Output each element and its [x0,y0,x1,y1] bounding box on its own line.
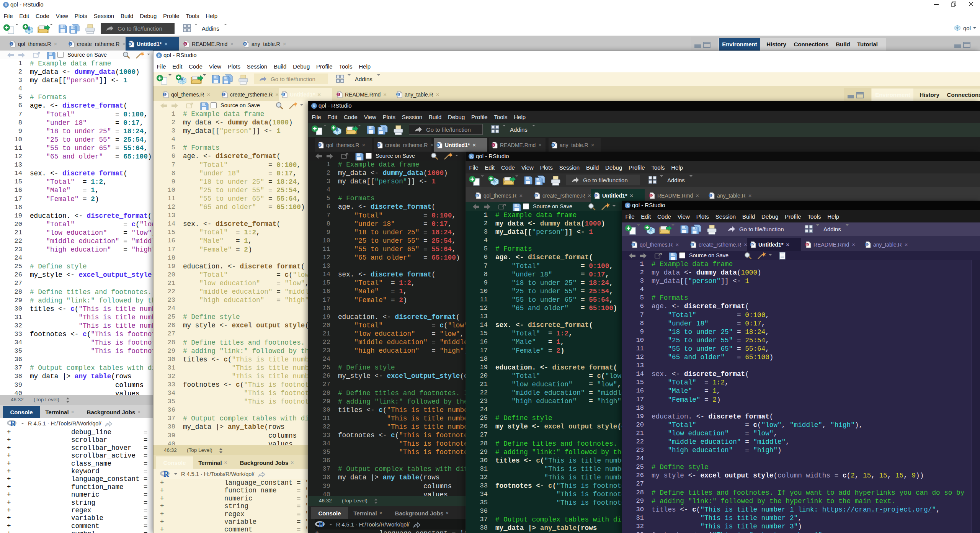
svg-text:R: R [129,42,131,46]
svg-text:R: R [535,194,537,197]
svg-text:R: R [69,42,71,46]
svg-text:R: R [751,243,753,246]
svg-text:R: R [650,194,652,197]
svg-text:R: R [282,93,284,96]
svg-text:R: R [10,42,12,46]
svg-text:R: R [163,93,165,96]
svg-text:R: R [437,143,439,147]
svg-text:R: R [244,42,246,46]
svg-text:R: R [337,93,339,96]
svg-text:R: R [632,243,634,246]
svg-text:R: R [492,143,494,147]
svg-text:R: R [709,194,711,197]
svg-text:R: R [184,42,186,46]
svg-text:R: R [956,26,959,30]
svg-text:R: R [476,194,478,197]
svg-text:R: R [691,243,693,246]
svg-text:R: R [397,93,399,96]
svg-text:R: R [866,243,867,246]
svg-text:R: R [318,143,320,147]
svg-text:R: R [595,194,597,197]
svg-text:R: R [552,143,554,147]
svg-text:R: R [806,243,808,246]
svg-text:R: R [222,93,224,96]
svg-text:R: R [377,143,379,147]
